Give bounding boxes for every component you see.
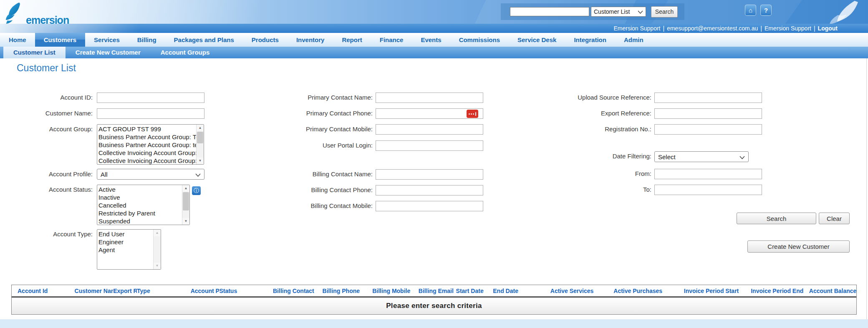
sub-nav: Customer ListCreate New CustomerAccount … bbox=[0, 47, 868, 58]
user-portal-login-input[interactable] bbox=[376, 140, 483, 151]
quick-search-button[interactable]: Search bbox=[651, 6, 678, 18]
support-link-2[interactable]: Emersion Support bbox=[765, 25, 811, 32]
list-option[interactable]: Agent bbox=[98, 246, 153, 254]
create-new-customer-button[interactable]: Create New Customer bbox=[747, 240, 850, 253]
primary-contact-name-input[interactable] bbox=[376, 93, 483, 103]
column-header[interactable]: Status bbox=[219, 288, 273, 294]
list-option[interactable]: Active bbox=[98, 185, 182, 193]
nav-item[interactable]: Integration bbox=[565, 33, 615, 47]
account-type-listbox[interactable]: End UserEngineerAgent ▲ ▼ bbox=[97, 229, 161, 270]
list-option[interactable]: End User bbox=[98, 230, 153, 238]
list-option[interactable]: Suspended bbox=[98, 217, 182, 225]
support-link[interactable]: Emersion Support bbox=[613, 25, 660, 32]
nav-item[interactable]: Packages and Plans bbox=[165, 33, 243, 47]
nav-item[interactable]: Report bbox=[333, 33, 371, 47]
column-header[interactable]: End Date bbox=[493, 288, 550, 294]
from-input[interactable] bbox=[654, 169, 762, 179]
column-header[interactable]: Billing Mobile bbox=[372, 288, 419, 294]
primary-contact-mobile-input[interactable] bbox=[376, 124, 483, 135]
scroll-down-icon[interactable]: ▼ bbox=[197, 158, 204, 164]
quick-search-input[interactable] bbox=[510, 7, 589, 16]
billing-contact-mobile-label: Billing Contact Mobile: bbox=[267, 202, 373, 209]
column-header[interactable]: Account Balance bbox=[809, 288, 856, 294]
primary-contact-name-label: Primary Contact Name: bbox=[267, 94, 373, 101]
column-header[interactable]: Account Id bbox=[18, 288, 75, 294]
list-option[interactable]: Inactive bbox=[98, 193, 182, 201]
nav-item[interactable]: Products bbox=[243, 33, 288, 47]
column-header[interactable]: Billing Phone bbox=[323, 288, 373, 294]
quick-search-scope-select[interactable]: Customer List bbox=[591, 7, 646, 17]
nav-item[interactable]: Customers bbox=[35, 33, 85, 47]
list-option[interactable]: Collective Invoicing Account Group: Ple bbox=[98, 157, 196, 164]
nav-item[interactable]: Services bbox=[85, 33, 129, 47]
scrollbar[interactable]: ▲ ▼ bbox=[182, 185, 189, 225]
scroll-up-icon[interactable]: ▲ bbox=[197, 125, 204, 131]
emersion-logo[interactable]: emersion bbox=[5, 2, 69, 26]
list-option[interactable]: ACT GROUP TST 999 bbox=[98, 125, 196, 133]
list-option[interactable]: Business Partner Account Group: test te bbox=[98, 141, 196, 149]
scroll-up-icon[interactable]: ▲ bbox=[154, 230, 161, 236]
nav-item[interactable]: Service Desk bbox=[509, 33, 565, 47]
account-status-listbox[interactable]: ActiveInactiveCancelledRestricted by Par… bbox=[97, 185, 190, 225]
account-type-options: End UserEngineerAgent bbox=[97, 230, 153, 269]
upload-source-reference-input[interactable] bbox=[654, 93, 762, 103]
clear-button[interactable]: Clear bbox=[819, 213, 850, 224]
help-icon[interactable]: ? bbox=[760, 5, 772, 16]
column-header[interactable]: Start Date bbox=[456, 288, 493, 294]
billing-contact-mobile-input[interactable] bbox=[376, 201, 483, 211]
scroll-down-icon[interactable]: ▼ bbox=[182, 218, 189, 225]
date-filtering-select[interactable]: Select bbox=[654, 151, 749, 162]
primary-contact-mobile-label: Primary Contact Mobile: bbox=[267, 125, 373, 133]
nav-item[interactable]: Home bbox=[0, 33, 35, 47]
info-icon[interactable]: ⓘ bbox=[192, 186, 201, 195]
logout-link[interactable]: Logout bbox=[818, 25, 838, 32]
billing-contact-phone-input[interactable] bbox=[376, 185, 483, 195]
nav-item[interactable]: Commissions bbox=[450, 33, 509, 47]
column-header[interactable]: Account Profile bbox=[191, 288, 220, 294]
subnav-item[interactable]: Create New Customer bbox=[66, 47, 151, 58]
list-option[interactable]: Business Partner Account Group: Test # bbox=[98, 133, 196, 141]
home-icon[interactable]: ⌂ bbox=[745, 5, 756, 16]
customer-name-input[interactable] bbox=[97, 108, 204, 119]
list-option[interactable]: Cancelled bbox=[98, 201, 182, 209]
column-header[interactable]: Active Services bbox=[550, 288, 614, 294]
scrollbar[interactable]: ▲ ▼ bbox=[196, 125, 204, 164]
subnav-item[interactable]: Account Groups bbox=[151, 47, 220, 58]
billing-contact-name-input[interactable] bbox=[376, 169, 483, 180]
quick-search-scope-value: Customer List bbox=[594, 8, 630, 15]
autofill-extension-icon[interactable] bbox=[467, 110, 478, 118]
account-id-input[interactable] bbox=[97, 93, 204, 103]
scroll-down-icon[interactable]: ▼ bbox=[154, 263, 161, 269]
column-header[interactable]: Invoice Period End bbox=[751, 288, 809, 294]
list-option[interactable]: Restricted by Parent bbox=[98, 209, 182, 217]
subnav-item[interactable]: Customer List bbox=[3, 47, 66, 58]
support-email-link[interactable]: emesupport@emersiontest.com.au bbox=[667, 25, 758, 32]
page: emersion Customer List Search ⌂ ? Emersi… bbox=[0, 0, 868, 328]
scrollbar[interactable]: ▲ ▼ bbox=[153, 230, 161, 269]
column-header[interactable]: Billing Email bbox=[419, 288, 456, 294]
column-header[interactable]: Active Purchases bbox=[613, 288, 684, 294]
to-input[interactable] bbox=[654, 185, 762, 195]
nav-item[interactable]: Events bbox=[412, 33, 450, 47]
account-profile-value: All bbox=[101, 171, 108, 178]
nav-item[interactable]: Admin bbox=[615, 33, 652, 47]
column-header[interactable]: Billing Contact bbox=[273, 288, 323, 294]
account-status-options: ActiveInactiveCancelledRestricted by Par… bbox=[97, 185, 182, 225]
nav-item[interactable]: Finance bbox=[371, 33, 412, 47]
nav-item[interactable]: Billing bbox=[129, 33, 165, 47]
account-profile-select[interactable]: All bbox=[97, 169, 204, 180]
column-header[interactable]: Invoice Period Start bbox=[684, 288, 751, 294]
scroll-thumb[interactable] bbox=[197, 132, 203, 143]
column-header[interactable]: Customer Name bbox=[75, 288, 114, 294]
scroll-up-icon[interactable]: ▲ bbox=[182, 185, 189, 192]
column-header[interactable]: Type bbox=[137, 288, 191, 294]
account-group-listbox[interactable]: ACT GROUP TST 999Business Partner Accoun… bbox=[97, 124, 204, 165]
list-option[interactable]: Collective Invoicing Account Group: CI T bbox=[98, 149, 196, 157]
column-header[interactable]: Export Ref bbox=[113, 288, 137, 294]
search-button[interactable]: Search bbox=[737, 213, 816, 224]
list-option[interactable]: Engineer bbox=[98, 238, 153, 246]
nav-item[interactable]: Inventory bbox=[288, 33, 333, 47]
registration-no-input[interactable] bbox=[654, 124, 762, 135]
scroll-thumb[interactable] bbox=[183, 192, 189, 210]
export-reference-input[interactable] bbox=[654, 108, 762, 119]
